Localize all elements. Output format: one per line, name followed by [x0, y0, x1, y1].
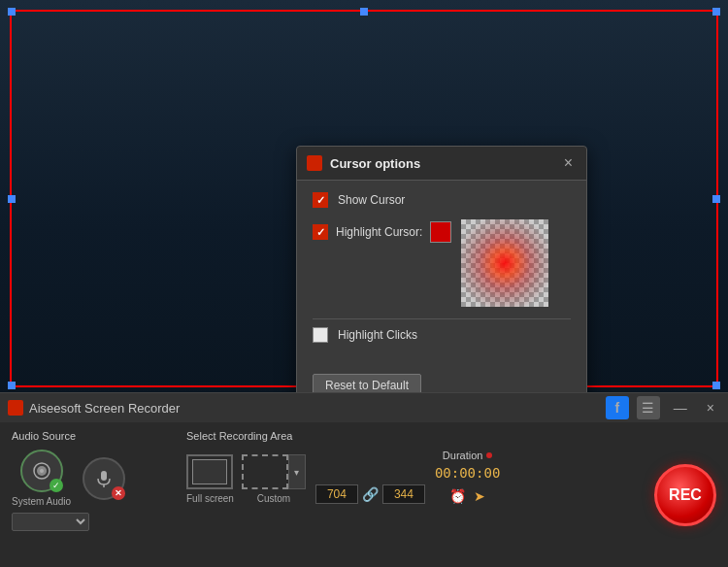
highlight-clicks-row: Highlight Clicks	[313, 327, 571, 343]
microphone-icon-circle: ✕	[83, 457, 125, 500]
toolbar-body: Audio Source ✓ System Audio	[0, 422, 728, 567]
toolbar-window-controls: f ☰ — ×	[606, 396, 720, 419]
svg-point-2	[40, 469, 44, 473]
dialog-title: Cursor options	[307, 155, 420, 171]
audio-source-label: Audio Source	[12, 430, 167, 442]
audio-source-dropdown[interactable]	[12, 513, 89, 531]
link-icon: 🔗	[362, 486, 379, 502]
cursor-options-dialog: Cursor options × Show Cursor Highlight C…	[296, 146, 587, 410]
cursor-glow	[461, 219, 548, 307]
close-button[interactable]: ×	[701, 398, 720, 417]
alarm-icon[interactable]: ⏰	[449, 488, 466, 504]
highlight-cursor-label: Highlight Cursor:	[336, 225, 422, 239]
audio-section: Audio Source ✓ System Audio	[12, 430, 167, 531]
system-audio-label: System Audio	[12, 496, 71, 507]
duration-dot	[486, 452, 492, 458]
dialog-titlebar: Cursor options ×	[297, 147, 586, 181]
show-cursor-label: Show Cursor	[338, 193, 405, 207]
rec-label: REC	[669, 486, 702, 504]
app-title-text: Aiseesoft Screen Recorder	[29, 401, 180, 416]
audio-icons: ✓ System Audio ✕	[12, 450, 167, 507]
microphone-x-badge: ✕	[112, 486, 125, 500]
size-inputs: 🔗	[315, 484, 425, 504]
system-audio-icon-circle: ✓	[20, 450, 63, 492]
show-cursor-row: Show Cursor	[313, 192, 571, 208]
toolbar-header: Aiseesoft Screen Recorder f ☰ — ×	[0, 393, 728, 422]
facebook-icon[interactable]: f	[606, 396, 629, 419]
duration-text: Duration	[443, 450, 483, 461]
area-buttons: Full screen ▾ Custom	[186, 454, 306, 504]
microphone-button[interactable]: ✕	[83, 457, 125, 500]
dialog-close-button[interactable]: ×	[560, 154, 577, 172]
highlight-clicks-label: Highlight Clicks	[338, 328, 417, 342]
toolbar-title: Aiseesoft Screen Recorder	[8, 400, 180, 416]
highlight-cursor-left: Highlight Cursor:	[313, 219, 451, 243]
show-cursor-checkbox[interactable]	[313, 192, 328, 208]
duration-time: 00:00:00	[435, 465, 500, 481]
speaker-icon	[31, 460, 52, 482]
cursor-icon[interactable]: ➤	[474, 488, 485, 504]
cursor-preview	[461, 219, 548, 307]
dialog-body: Show Cursor Highlight Cursor: Highlight …	[297, 181, 586, 366]
rec-button[interactable]: REC	[654, 464, 716, 526]
svg-rect-3	[101, 471, 107, 481]
chat-icon-symbol: ☰	[636, 398, 660, 417]
record-area-label: Select Recording Area	[186, 430, 635, 442]
custom-thumb	[242, 454, 288, 489]
extra-icons: ⏰ ➤	[449, 488, 485, 504]
custom-area-button[interactable]: ▾ Custom	[242, 454, 306, 504]
duration-label: Duration	[443, 450, 493, 461]
duration-section: Duration 00:00:00 ⏰ ➤	[435, 450, 500, 504]
height-input[interactable]	[382, 484, 425, 504]
facebook-label: f	[609, 398, 625, 417]
dialog-divider	[313, 318, 571, 319]
chat-icon[interactable]: ☰	[637, 396, 660, 419]
fullscreen-area-button[interactable]: Full screen	[186, 454, 234, 504]
fullscreen-label: Full screen	[186, 493, 234, 504]
fullscreen-thumb-inner	[192, 459, 227, 484]
custom-area-label: Custom	[257, 493, 290, 504]
toolbar: Aiseesoft Screen Recorder f ☰ — × Audio …	[0, 392, 728, 567]
highlight-cursor-row: Highlight Cursor:	[313, 219, 571, 307]
system-audio-button[interactable]: ✓ System Audio	[12, 450, 71, 507]
app-icon	[8, 400, 23, 416]
record-area-section: Select Recording Area Full screen	[186, 430, 635, 504]
microphone-icon	[93, 468, 115, 489]
custom-area-dropdown[interactable]: ▾	[288, 454, 306, 489]
dialog-title-text: Cursor options	[330, 156, 420, 171]
system-audio-check-badge: ✓	[50, 479, 63, 492]
highlight-cursor-checkbox[interactable]	[313, 224, 328, 240]
fullscreen-thumb	[186, 454, 233, 489]
highlight-clicks-checkbox[interactable]	[313, 327, 328, 343]
width-input[interactable]	[315, 484, 358, 504]
minimize-button[interactable]: —	[668, 398, 693, 417]
dialog-title-icon	[307, 155, 322, 171]
highlight-color-swatch[interactable]	[430, 221, 451, 243]
